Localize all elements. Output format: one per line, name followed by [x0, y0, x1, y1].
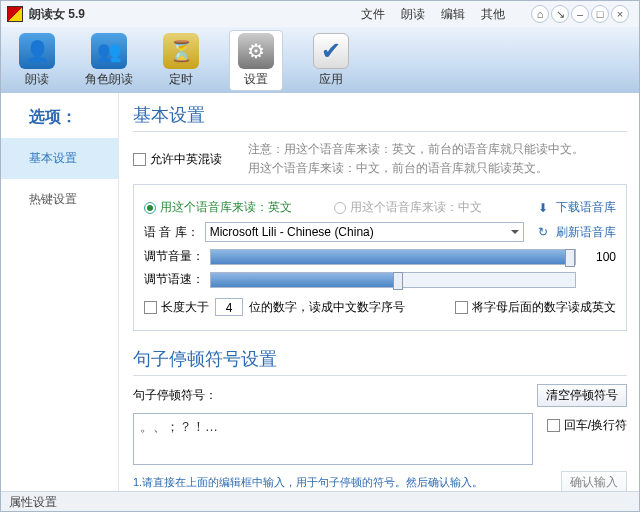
speed-label: 调节语速：: [144, 271, 204, 288]
confirm-input-button[interactable]: 确认输入: [561, 471, 627, 491]
menubar: 文件 朗读 编辑 其他 ⌂ ↘ – □ ×: [361, 5, 633, 23]
checkbox-icon: [133, 153, 146, 166]
section-title-basic: 基本设置: [133, 103, 627, 132]
gear-icon: ⚙: [238, 33, 274, 69]
enter-checkbox[interactable]: 回车/换行符: [547, 417, 627, 434]
length-checkbox[interactable]: 长度大于: [144, 299, 209, 316]
maximize-button[interactable]: □: [591, 5, 609, 23]
checkbox-icon: [455, 301, 468, 314]
pause-label: 句子停顿符号：: [133, 387, 217, 404]
refresh-icon: ↻: [538, 225, 548, 239]
check-icon: ✔: [313, 33, 349, 69]
app-window: 朗读女 5.9 文件 朗读 编辑 其他 ⌂ ↘ – □ × 👤 朗读 👥 角色朗…: [0, 0, 640, 512]
minimize-button[interactable]: –: [571, 5, 589, 23]
toolbar: 👤 朗读 👥 角色朗读 ⏳ 定时 ⚙ 设置 ✔ 应用: [1, 27, 639, 93]
voice-label: 语 音 库：: [144, 224, 199, 241]
length-input[interactable]: 4: [215, 298, 243, 316]
mix-note: 注意：用这个语音库来读：英文，前台的语音库就只能读中文。 用这个语音库来读：中文…: [248, 140, 584, 178]
speed-slider[interactable]: [210, 272, 576, 288]
download-icon: ⬇: [538, 201, 548, 215]
download-voice-link[interactable]: 下载语音库: [556, 199, 616, 216]
pause-symbols-input[interactable]: 。、；？！…: [133, 413, 533, 465]
status-text: 属性设置: [9, 495, 57, 509]
radio-chinese[interactable]: 用这个语音库来读：中文: [334, 199, 482, 216]
radio-icon: [144, 202, 156, 214]
statusbar: 属性设置: [1, 491, 639, 511]
user-icon: 👤: [19, 33, 55, 69]
toolbar-timer[interactable]: ⏳ 定时: [163, 33, 199, 88]
clear-pause-button[interactable]: 清空停顿符号: [537, 384, 627, 407]
toolbar-read[interactable]: 👤 朗读: [19, 33, 55, 88]
menu-other[interactable]: 其他: [481, 6, 505, 23]
pin-button[interactable]: ↘: [551, 5, 569, 23]
menu-edit[interactable]: 编辑: [441, 6, 465, 23]
menu-file[interactable]: 文件: [361, 6, 385, 23]
section-title-pause: 句子停顿符号设置: [133, 347, 627, 376]
toolbar-role-read[interactable]: 👥 角色朗读: [85, 33, 133, 88]
volume-slider[interactable]: [210, 249, 576, 265]
toolbar-settings[interactable]: ⚙ 设置: [229, 30, 283, 91]
toolbar-apply[interactable]: ✔ 应用: [313, 33, 349, 88]
volume-value: 100: [582, 250, 616, 264]
voice-select[interactable]: Microsoft Lili - Chinese (China): [205, 222, 524, 242]
hourglass-icon: ⏳: [163, 33, 199, 69]
mix-row: 允许中英混读 注意：用这个语音库来读：英文，前台的语音库就只能读中文。 用这个语…: [133, 140, 627, 178]
checkbox-icon: [547, 419, 560, 432]
mix-checkbox[interactable]: 允许中英混读: [133, 151, 222, 168]
users-icon: 👥: [91, 33, 127, 69]
app-icon: [7, 6, 23, 22]
volume-label: 调节音量：: [144, 248, 204, 265]
content: 基本设置 允许中英混读 注意：用这个语音库来读：英文，前台的语音库就只能读中文。…: [119, 93, 639, 491]
voice-panel: 用这个语音库来读：英文 用这个语音库来读：中文 ⬇ 下载语音库 语 音 库： M…: [133, 184, 627, 331]
body: 选项： 基本设置 热键设置 基本设置 允许中英混读 注意：用这个语音库来读：英文…: [1, 93, 639, 491]
close-button[interactable]: ×: [611, 5, 629, 23]
radio-english[interactable]: 用这个语音库来读：英文: [144, 199, 292, 216]
home-button[interactable]: ⌂: [531, 5, 549, 23]
window-controls: ⌂ ↘ – □ ×: [531, 5, 629, 23]
sidebar: 选项： 基本设置 热键设置: [1, 93, 119, 491]
sidebar-item-basic[interactable]: 基本设置: [1, 138, 118, 179]
sidebar-title: 选项：: [1, 93, 118, 138]
checkbox-icon: [144, 301, 157, 314]
radio-icon: [334, 202, 346, 214]
pause-hint: 1.请直接在上面的编辑框中输入，用于句子停顿的符号。然后确认输入。: [133, 475, 483, 490]
titlebar: 朗读女 5.9 文件 朗读 编辑 其他 ⌂ ↘ – □ ×: [1, 1, 639, 27]
pause-section: 句子停顿符号设置 句子停顿符号： 清空停顿符号 。、；？！… 回车/换行符 1.…: [133, 347, 627, 491]
menu-read[interactable]: 朗读: [401, 6, 425, 23]
window-title: 朗读女 5.9: [29, 6, 85, 23]
refresh-voice-link[interactable]: 刷新语音库: [556, 224, 616, 241]
sidebar-item-hotkey[interactable]: 热键设置: [1, 179, 118, 220]
letter-digit-checkbox[interactable]: 将字母后面的数字读成英文: [455, 299, 616, 316]
